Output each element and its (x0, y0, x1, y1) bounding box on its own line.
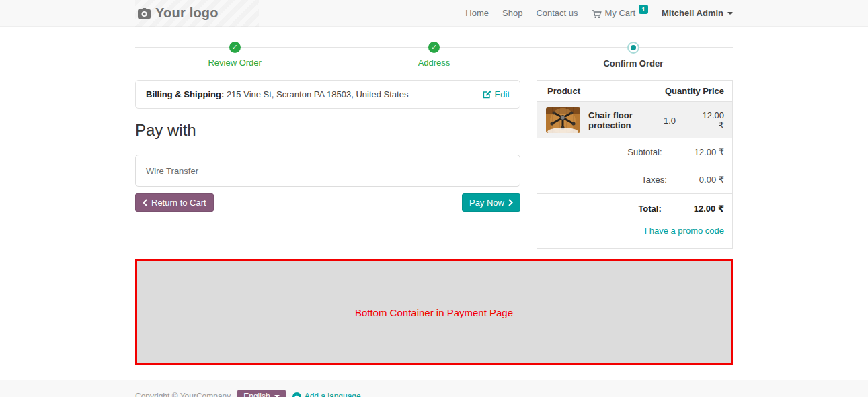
checkout-steps: ✓ Review Order ✓ Address Confirm Order (135, 42, 733, 69)
billing-shipping-card: Billing & Shipping: 215 Vine St, Scranto… (135, 80, 520, 109)
edit-address-link[interactable]: Edit (483, 89, 510, 99)
step-label: Review Order (208, 58, 261, 68)
cart-icon (592, 10, 602, 19)
payment-method-wire-transfer[interactable]: Wire Transfer (135, 155, 520, 187)
chevron-right-icon (508, 199, 513, 206)
col-product: Product (547, 86, 665, 96)
check-circle-icon: ✓ (229, 42, 241, 53)
edit-label: Edit (495, 89, 510, 99)
nav-link-home[interactable]: Home (465, 8, 489, 18)
active-dot-icon (627, 42, 639, 54)
step-label: Confirm Order (603, 58, 663, 69)
step-label: Address (418, 58, 450, 68)
plus-circle-icon: + (292, 392, 301, 397)
total-row: Total: 12.00 ₹ (537, 194, 732, 222)
nav-link-shop[interactable]: Shop (502, 8, 522, 18)
camera-icon (138, 8, 151, 19)
logo-text: Your logo (155, 5, 219, 21)
page-footer: Copyright © YourCompany English + Add a … (0, 380, 868, 397)
taxes-row: Taxes: 0.00 ₹ (537, 166, 732, 193)
total-value: 12.00 ₹ (694, 204, 724, 214)
chevron-down-icon (727, 12, 733, 15)
nav-link-contact-us[interactable]: Contact us (536, 8, 578, 18)
bottom-container-text: Bottom Container in Payment Page (355, 307, 513, 318)
nav-user-menu[interactable]: Mitchell Admin (662, 8, 733, 18)
col-price: Price (702, 86, 724, 96)
product-name: Chair floor protection (588, 110, 664, 130)
edit-pencil-icon (483, 90, 491, 99)
return-to-cart-button[interactable]: Return to Cart (135, 193, 214, 212)
payment-method-label: Wire Transfer (146, 166, 198, 176)
order-line-row: Chair floor protection 1.0 12.00 ₹ (537, 102, 732, 138)
step-address[interactable]: ✓ Address (334, 42, 533, 69)
promo-code-link[interactable]: I have a promo code (644, 226, 724, 236)
nav-my-cart[interactable]: My Cart 1 (592, 8, 649, 19)
order-summary-header: Product Quantity Price (537, 81, 732, 102)
language-selector-button[interactable]: English (237, 390, 285, 397)
cart-count-badge: 1 (639, 5, 648, 14)
subtotal-value: 12.00 ₹ (695, 147, 724, 157)
copyright-text: Copyright © YourCompany (135, 392, 231, 397)
pay-with-heading: Pay with (135, 121, 520, 140)
check-circle-icon: ✓ (428, 42, 440, 53)
taxes-value: 0.00 ₹ (699, 175, 724, 185)
chevron-left-icon (143, 199, 147, 206)
product-price: 12.00 ₹ (701, 110, 724, 130)
billing-address: 215 Vine St, Scranton PA 18503, United S… (227, 89, 409, 99)
pay-now-button[interactable]: Pay Now (462, 193, 520, 212)
order-summary-card: Product Quantity Price (537, 80, 733, 249)
add-language-link[interactable]: + Add a language (292, 392, 361, 397)
product-thumbnail (546, 107, 580, 133)
cart-label: My Cart (605, 8, 636, 18)
subtotal-label: Subtotal: (547, 147, 695, 157)
brand-logo[interactable]: Your logo (135, 0, 259, 27)
total-label: Total: (547, 204, 694, 214)
step-confirm-order: Confirm Order (534, 42, 733, 69)
taxes-label: Taxes: (547, 175, 699, 185)
user-name: Mitchell Admin (662, 8, 723, 18)
subtotal-row: Subtotal: 12.00 ₹ (537, 138, 732, 166)
billing-label: Billing & Shipping: (146, 89, 224, 99)
col-quantity: Quantity (665, 86, 702, 96)
step-review-order[interactable]: ✓ Review Order (135, 42, 334, 69)
product-quantity: 1.0 (664, 116, 701, 126)
billing-address-text: Billing & Shipping: 215 Vine St, Scranto… (146, 89, 408, 99)
top-navbar: Your logo Home Shop Contact us My Cart 1… (0, 0, 868, 27)
bottom-container: Bottom Container in Payment Page (135, 259, 733, 365)
